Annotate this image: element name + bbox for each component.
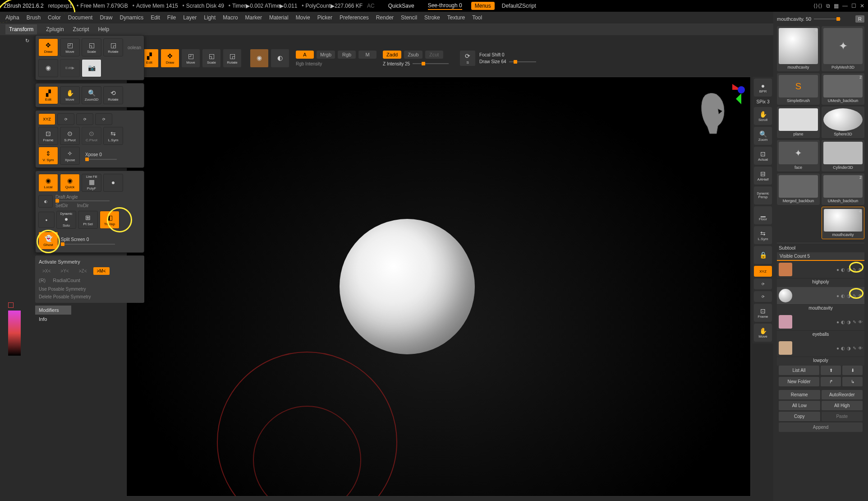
monitor-icon[interactable]: ⧉ [826, 3, 830, 9]
subtool-lowpoly[interactable]: ●◐◑✎👁 [777, 339, 864, 357]
move-button[interactable]: ◰Move [60, 38, 80, 56]
sym-x-button[interactable]: >X< [39, 267, 54, 275]
tool-mouthcavity-selected[interactable]: 4 mouthcavity [822, 207, 864, 239]
tool-simplebrush[interactable]: S SimpleBrush [777, 73, 820, 105]
solo-button[interactable]: Dynamic●Solo [56, 211, 76, 229]
s-mode-button[interactable]: ⟳S [459, 50, 476, 66]
r-button[interactable]: R [855, 15, 864, 23]
arrow1-button[interactable]: ↱ [821, 377, 841, 386]
rot-z-button[interactable]: ⟳ [95, 113, 112, 125]
radialcount-label[interactable]: RadialCount [53, 278, 80, 283]
tb-rotate-button[interactable]: ◲Rotate [223, 49, 242, 68]
menu-texture[interactable]: Texture [447, 14, 465, 21]
actual-button[interactable]: ⊡Actual [754, 147, 772, 165]
menu2-zplugin[interactable]: Zplugin [46, 26, 64, 32]
use-posable-button[interactable]: Use Posable Symmetry [39, 287, 141, 292]
menu-alpha[interactable]: Alpha [5, 14, 19, 21]
menu-layer[interactable]: Layer [183, 14, 197, 21]
tool-polymesh3d[interactable]: ✦ PolyMesh3D [822, 26, 864, 71]
aahalf-button[interactable]: ⊟AAHalf [754, 167, 772, 185]
arrows-icon[interactable]: ⟨⟩⟨⟩ [813, 3, 822, 9]
alllow-button[interactable]: All Low [779, 401, 820, 410]
vsym-button[interactable]: ⇕V. Sym [38, 147, 58, 165]
persp-button[interactable]: DynamicPersp [754, 186, 772, 204]
rot1-button[interactable]: ⟳ [754, 278, 772, 289]
subtool-eyeballs[interactable]: ●◐◑✎👁 [777, 313, 864, 331]
tool-mouthcavity[interactable]: 4 mouthcavity [777, 26, 820, 71]
sym-y-button[interactable]: >Y< [57, 267, 72, 275]
draw-size-slider[interactable]: Draw Size 64 [479, 59, 536, 64]
quick-button[interactable]: ◉Quick [60, 174, 80, 192]
menu-document[interactable]: Document [68, 14, 93, 21]
menu-edit[interactable]: Edit [151, 14, 160, 21]
menu-preferences[interactable]: Preferences [340, 14, 369, 21]
info-section[interactable]: Info [35, 315, 144, 324]
rot2-button[interactable]: ⟳ [754, 291, 772, 302]
frame-vt-button[interactable]: ⊡Frame [754, 304, 772, 322]
menu2-zscript[interactable]: Zscript [73, 26, 89, 32]
bpr-button[interactable]: ●BPR [754, 79, 772, 97]
tb-scale-button[interactable]: ◱Scale [202, 49, 221, 68]
lock-button[interactable]: 🔒 [754, 246, 772, 264]
mrgb-button[interactable]: Mrgb [317, 51, 335, 59]
nav-widget[interactable] [719, 82, 746, 109]
focal-shift-slider[interactable]: Focal Shift 0 [479, 52, 536, 57]
eye-icon[interactable]: 👁 [858, 320, 863, 325]
frame-button[interactable]: ⊡Frame [38, 127, 58, 145]
maximize-icon[interactable]: ☐ [851, 3, 856, 9]
listall-button[interactable]: List All [779, 366, 819, 375]
contrast-button[interactable]: ◐ [38, 195, 53, 208]
grid-icon[interactable]: ▦ [834, 3, 839, 9]
tb-material-button[interactable]: ◉ [250, 49, 269, 68]
modifiers-section[interactable]: Modifiers [35, 306, 71, 315]
subtool-header[interactable]: Subtool [777, 243, 864, 252]
visible-count-slider[interactable]: Visible Count 5 [777, 252, 864, 261]
tool-plane[interactable]: plane [777, 107, 820, 138]
quicksave-button[interactable]: QuickSave [388, 3, 414, 9]
refresh-icon[interactable]: ↻ [25, 38, 32, 45]
menu-render[interactable]: Render [376, 14, 394, 21]
eye-icon[interactable]: 👁 [858, 267, 863, 272]
cpivot-button[interactable]: ⊙C.Pivot [82, 127, 101, 145]
spivot-button[interactable]: ⊙S.Pivot [60, 127, 80, 145]
lsym-button[interactable]: ⇆L.Sym [103, 127, 123, 145]
menu-movie[interactable]: Movie [296, 14, 310, 21]
a-button[interactable]: A [296, 51, 314, 59]
color-gradient[interactable] [8, 311, 21, 356]
tool-slider-label[interactable]: mouthcavity. 50 [777, 16, 811, 22]
copy-button[interactable]: Copy [779, 412, 820, 421]
movedown-button[interactable]: ⬇ [842, 366, 863, 375]
tool-face[interactable]: ✦ face [777, 140, 820, 172]
canvas[interactable] [126, 77, 751, 496]
invdir-button[interactable]: InvDir [77, 203, 89, 208]
zadd-button[interactable]: Zadd [383, 51, 401, 59]
rotate-button[interactable]: ◲Rotate [103, 38, 123, 56]
sphere-mesh[interactable] [340, 219, 475, 354]
tool-cylinder3d[interactable]: Cylinder3D [822, 140, 864, 172]
menu-picker[interactable]: Picker [317, 14, 332, 21]
tb-gradient-button[interactable]: ◐ [271, 49, 289, 68]
sym-m-button[interactable]: >M< [93, 267, 110, 275]
sym-z-button[interactable]: >Z< [75, 267, 91, 275]
zsub-button[interactable]: Zsub [404, 51, 422, 59]
nav-rotate-button[interactable]: ⟲Rotate [103, 86, 123, 104]
autoreorder-button[interactable]: AutoReorder [822, 390, 863, 399]
color-swatch[interactable] [8, 302, 14, 308]
eye-icon[interactable]: 👁 [858, 346, 863, 351]
sphere-mode-button[interactable]: ◉ [38, 59, 58, 77]
edit-button[interactable]: ▞Edit [38, 86, 58, 104]
menu-material[interactable]: Material [269, 14, 289, 21]
lsym-vt-button[interactable]: ⇆L.Sym [754, 226, 772, 244]
menu-marker[interactable]: Marker [245, 14, 262, 21]
rename-button[interactable]: Rename [779, 390, 820, 399]
draw-button[interactable]: ✥Draw [38, 38, 58, 56]
menu-stencil[interactable]: Stencil [401, 14, 417, 21]
seethrough-slider[interactable]: See-through 0 [428, 2, 462, 10]
rot-y-button[interactable]: ⟳ [76, 113, 93, 125]
setdir-button[interactable]: SetDir [55, 203, 68, 208]
tool-umesh-backbun[interactable]: 2 UMesh_backbun [822, 73, 864, 105]
scroll-button[interactable]: ✋Scroll [754, 107, 772, 125]
menu-dynamics[interactable]: Dynamics [119, 14, 143, 21]
subtool-highpoly[interactable]: ●◐◑✎👁 [777, 261, 864, 278]
xpose-icon-button[interactable]: ✧Xpose [60, 147, 80, 165]
